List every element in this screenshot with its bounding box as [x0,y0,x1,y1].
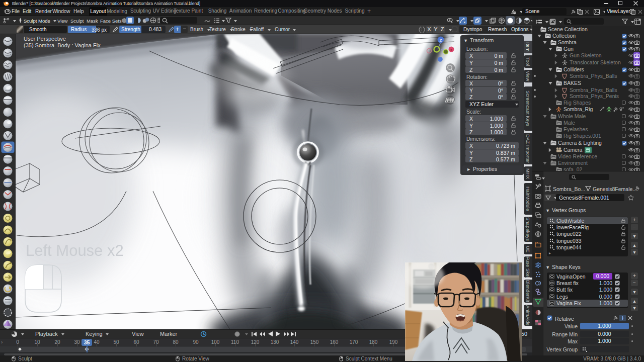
svg-text:User Perspective: User Perspective [24,36,66,42]
svg-text:(35) Sombra_Body : Vagina Fix: (35) Sombra_Body : Vagina Fix [24,42,101,48]
svg-text:Z: Z [440,38,442,43]
svg-text:Left Mouse x2: Left Mouse x2 [26,242,124,259]
svg-text:X: X [450,48,453,52]
